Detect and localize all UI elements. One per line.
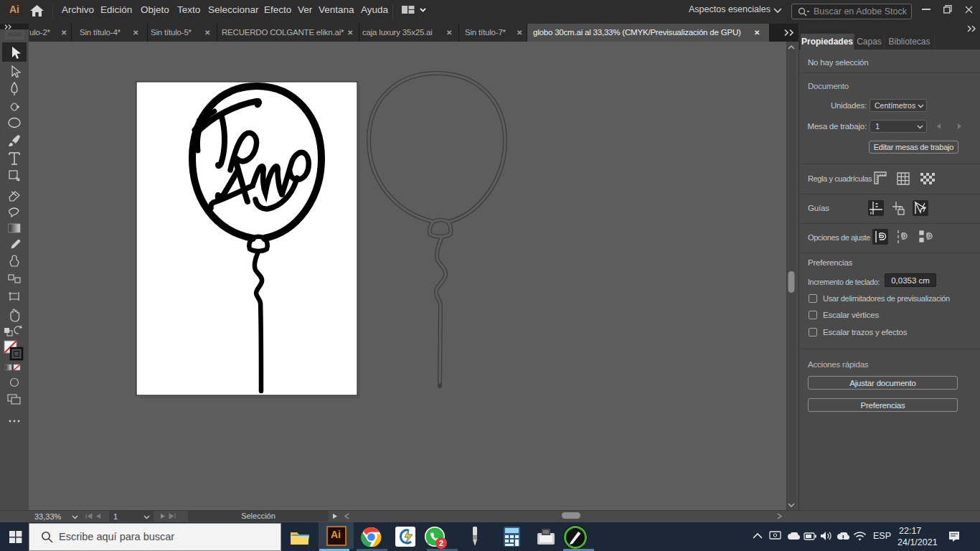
svg-text:Ai: Ai xyxy=(9,4,19,15)
